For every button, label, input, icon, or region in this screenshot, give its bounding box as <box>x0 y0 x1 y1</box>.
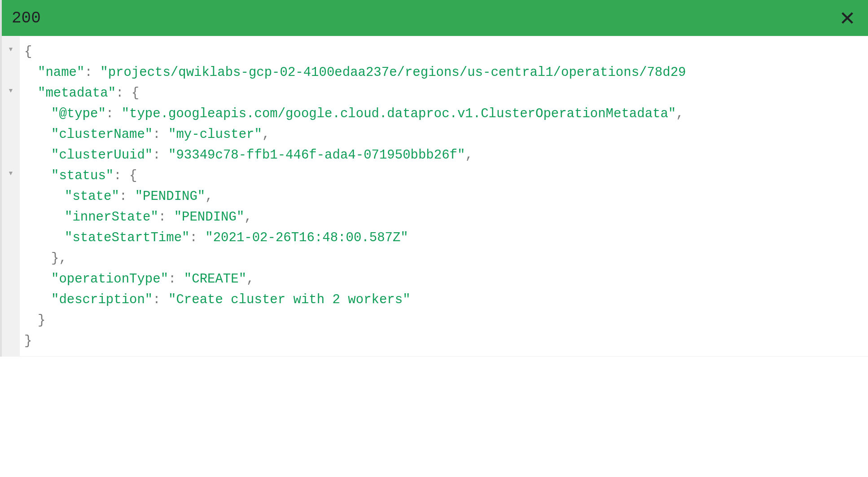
json-brace-open: { <box>129 168 137 183</box>
json-key-type: "@type" <box>51 106 106 121</box>
close-icon <box>840 10 855 26</box>
json-val-clustername: "my-cluster" <box>168 127 262 142</box>
json-key-state: "state" <box>65 189 119 204</box>
fold-gutter: ▼ ▼ ▼ <box>2 36 20 357</box>
json-brace-close: } <box>24 334 32 349</box>
json-val-name: "projects/qwiklabs-gcp-02-4100edaa237e/r… <box>100 65 686 80</box>
json-viewer[interactable]: { "name": "projects/qwiklabs-gcp-02-4100… <box>20 36 868 357</box>
json-key-clustername: "clusterName" <box>51 127 153 142</box>
json-val-state: "PENDING" <box>135 189 206 204</box>
fold-toggle[interactable]: ▼ <box>2 43 20 64</box>
json-val-innerstate: "PENDING" <box>174 210 245 225</box>
fold-spacer <box>2 105 20 126</box>
json-brace-close: } <box>51 251 59 266</box>
json-val-type: "type.googleapis.com/google.cloud.datapr… <box>122 106 676 121</box>
fold-toggle[interactable]: ▼ <box>2 167 20 188</box>
json-val-description: "Create cluster with 2 workers" <box>168 292 411 307</box>
json-key-metadata: "metadata" <box>38 86 116 101</box>
json-val-clusteruuid: "93349c78-ffb1-446f-ada4-071950bbb26f" <box>168 148 465 163</box>
json-val-statestarttime: "2021-02-26T16:48:00.587Z" <box>205 230 408 245</box>
response-body: ▼ ▼ ▼ { "name": "projects/qwiklabs-gcp-0… <box>0 36 868 357</box>
fold-spacer <box>2 126 20 146</box>
json-key-clusteruuid: "clusterUuid" <box>51 148 153 163</box>
json-brace-open: { <box>132 86 139 101</box>
status-code: 200 <box>12 9 41 27</box>
json-key-status: "status" <box>51 168 114 183</box>
fold-spacer <box>2 64 20 84</box>
json-key-statestarttime: "stateStartTime" <box>65 230 189 245</box>
json-key-innerstate: "innerState" <box>65 210 158 225</box>
json-key-description: "description" <box>51 292 153 307</box>
fold-toggle[interactable]: ▼ <box>2 84 20 105</box>
json-brace-close: } <box>38 313 45 328</box>
json-key-operationtype: "operationType" <box>51 272 168 287</box>
response-header: 200 <box>0 0 868 36</box>
fold-spacer <box>2 146 20 167</box>
json-key-name: "name" <box>38 65 84 80</box>
close-button[interactable] <box>838 9 856 27</box>
json-val-operationtype: "CREATE" <box>184 272 246 287</box>
json-brace-open: { <box>24 44 32 59</box>
